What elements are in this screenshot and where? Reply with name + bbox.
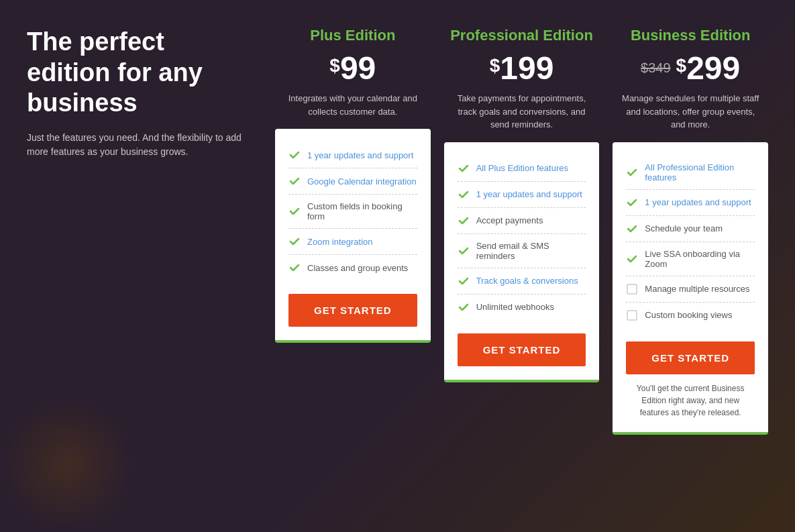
feature-label: 1 year updates and support: [476, 189, 582, 199]
plus-dollar-sign: $: [329, 55, 340, 76]
pro-get-started-button[interactable]: GET STARTED: [458, 333, 586, 366]
hero-subtitle: Just the features you need. And the flex…: [27, 131, 248, 159]
list-item: Custom fields in booking form: [288, 195, 417, 229]
svg-rect-0: [627, 284, 637, 294]
business-footnote: You'll get the current Business Edition …: [626, 382, 755, 419]
feature-text: 1 year updates and support: [307, 150, 413, 160]
feature-text: 1 year updates and support: [645, 197, 751, 207]
feature-text: Google Calendar integration: [307, 176, 417, 187]
list-item: All Professional Edition features: [626, 156, 755, 190]
check-icon: [288, 175, 301, 187]
check-icon: [288, 235, 301, 248]
feature-label: Schedule your team: [645, 223, 723, 233]
check-icon: [288, 149, 301, 161]
feature-text: All Plus Edition features: [476, 163, 568, 173]
check-icon: [626, 197, 638, 209]
list-item: 1 year updates and support: [626, 190, 755, 216]
business-get-started-button[interactable]: GET STARTED: [626, 341, 755, 374]
feature-label: Custom fields in booking form: [307, 201, 417, 221]
check-icon: [458, 189, 470, 201]
pro-price-value: 199: [500, 50, 553, 86]
plans-area: Plus Edition $99 Integrates with your ca…: [275, 27, 768, 519]
feature-text: Zoom integration: [307, 237, 373, 247]
list-item: Google Calendar integration: [288, 168, 417, 195]
business-title: Business Edition: [631, 27, 750, 44]
list-item: Zoom integration: [288, 229, 417, 255]
feature-label: 1 year updates and support: [307, 150, 413, 160]
feature-label: Unlimited webhooks: [476, 302, 554, 312]
plus-title: Plus Edition: [310, 27, 395, 44]
pro-dollar-sign: $: [490, 55, 500, 76]
feature-label: 1 year updates and support: [645, 197, 751, 207]
plus-price: $99: [329, 50, 376, 87]
feature-label: Manage multiple resources: [645, 284, 749, 294]
pro-price: $199: [490, 50, 554, 87]
plan-business: Business Edition $349 $299 Manage schedu…: [613, 27, 768, 435]
plus-get-started-button[interactable]: GET STARTED: [288, 294, 417, 327]
pro-card: All Plus Edition features 1 year updates…: [444, 142, 600, 382]
feature-label: Zoom integration: [307, 237, 373, 247]
feature-label: Google Calendar integration: [307, 176, 417, 187]
business-price-new: $299: [676, 50, 741, 87]
hero-section: The perfect edition for any business Jus…: [27, 27, 255, 519]
business-feature-list: All Professional Edition features 1 year…: [626, 156, 755, 328]
list-item: Classes and group events: [288, 255, 417, 280]
business-price-original: $349: [641, 60, 671, 76]
business-card: All Professional Edition features 1 year…: [613, 142, 768, 435]
feature-text: 1 year updates and support: [476, 189, 582, 199]
plus-desc: Integrates with your calendar and collec…: [275, 92, 431, 118]
check-icon: [458, 245, 470, 257]
business-price-wrapper: $349 $299: [641, 50, 740, 87]
list-item: Accept payments: [458, 208, 586, 234]
checkbox-empty-icon: [626, 283, 638, 295]
pro-title: Professional Edition: [450, 27, 593, 44]
feature-label: All Plus Edition features: [476, 163, 568, 173]
check-icon: [626, 253, 638, 265]
business-price-value: 299: [686, 50, 740, 86]
list-item: All Plus Edition features: [458, 156, 586, 182]
feature-label: Custom booking views: [645, 310, 732, 320]
pro-feature-list: All Plus Edition features 1 year updates…: [458, 156, 586, 320]
plan-professional: Professional Edition $199 Take payments …: [444, 27, 600, 382]
plus-card: 1 year updates and support Google Calend…: [275, 129, 431, 343]
list-item: Send email & SMS reminders: [458, 234, 586, 268]
check-icon: [458, 275, 470, 287]
feature-text: Track goals & conversions: [476, 276, 578, 286]
feature-label: Accept payments: [476, 215, 543, 225]
business-dollar-sign: $: [676, 55, 687, 76]
plan-plus: Plus Edition $99 Integrates with your ca…: [275, 27, 431, 343]
plus-feature-list: 1 year updates and support Google Calend…: [288, 142, 417, 280]
checkbox-empty-icon: [626, 309, 638, 321]
feature-label: Classes and group events: [307, 263, 408, 273]
list-item: 1 year updates and support: [288, 142, 417, 168]
check-icon: [626, 223, 638, 235]
feature-label: Send email & SMS reminders: [476, 241, 586, 261]
plus-price-value: 99: [340, 50, 376, 86]
check-icon: [458, 215, 470, 227]
list-item: Unlimited webhooks: [458, 295, 586, 320]
list-item: Manage multiple resources: [626, 276, 755, 303]
hero-title: The perfect edition for any business: [27, 27, 248, 119]
list-item: Track goals & conversions: [458, 268, 586, 295]
feature-label: All Professional Edition features: [645, 162, 755, 182]
check-icon: [458, 162, 470, 174]
business-original-value: 349: [648, 60, 670, 75]
list-item: 1 year updates and support: [458, 182, 586, 208]
svg-rect-1: [627, 311, 637, 320]
check-icon: [288, 262, 301, 274]
feature-label: Live SSA onboarding via Zoom: [645, 249, 755, 269]
pro-desc: Take payments for appointments, track go…: [444, 92, 600, 131]
list-item: Schedule your team: [626, 216, 755, 242]
check-icon: [288, 205, 301, 217]
business-desc: Manage schedules for multiple staff and …: [613, 92, 768, 131]
check-icon: [626, 166, 638, 178]
list-item: Custom booking views: [626, 303, 755, 328]
feature-text: All Professional Edition features: [645, 162, 734, 182]
list-item: Live SSA onboarding via Zoom: [626, 242, 755, 276]
feature-label: Track goals & conversions: [476, 276, 578, 286]
check-icon: [458, 301, 470, 313]
